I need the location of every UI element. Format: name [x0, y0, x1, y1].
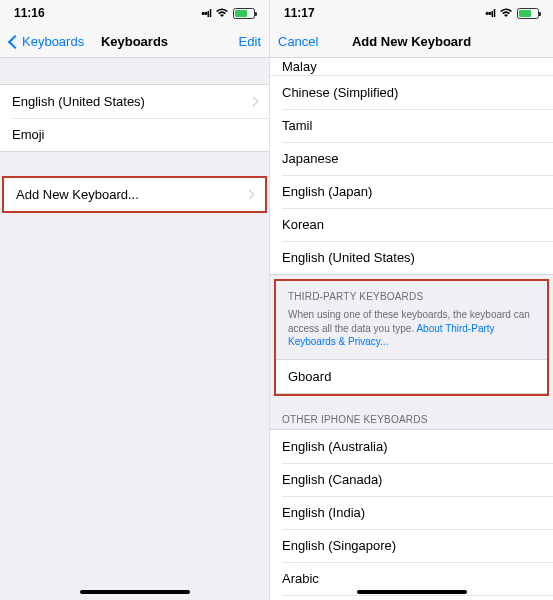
keyboard-label: English (Canada): [282, 472, 382, 487]
keyboard-label: Japanese: [282, 151, 338, 166]
keyboard-row[interactable]: Armenian: [270, 595, 553, 601]
keyboard-label: Korean: [282, 217, 324, 232]
cancel-label: Cancel: [278, 34, 318, 49]
status-time: 11:16: [14, 6, 45, 20]
keyboard-row[interactable]: Tamil: [270, 109, 553, 142]
back-button[interactable]: Keyboards: [8, 34, 84, 49]
chevron-left-icon: [8, 34, 22, 48]
keyboard-label: Gboard: [288, 369, 331, 384]
status-bar: 11:16 ••ıl: [0, 0, 269, 26]
keyboard-row[interactable]: English (Singapore): [270, 529, 553, 562]
edit-button[interactable]: Edit: [239, 34, 261, 49]
keyboard-row[interactable]: Chinese (Simplified): [270, 76, 553, 109]
spacer: [0, 58, 269, 84]
keyboard-label: English (Australia): [282, 439, 388, 454]
keyboard-label: Tamil: [282, 118, 312, 133]
keyboard-label: Chinese (Simplified): [282, 85, 398, 100]
keyboard-row[interactable]: Japanese: [270, 142, 553, 175]
nav-bar: Keyboards Keyboards Edit: [0, 26, 269, 58]
screen-keyboards: 11:16 ••ıl Keyboards Keyboards Edit Engl…: [0, 0, 270, 600]
status-indicators: ••ıl: [201, 7, 255, 19]
back-label: Keyboards: [22, 34, 84, 49]
keyboard-list: English (United States) Emoji: [0, 84, 269, 152]
add-new-keyboard-button[interactable]: Add New Keyboard...: [4, 178, 265, 211]
spacer: [0, 152, 269, 178]
battery-icon: [517, 8, 539, 19]
third-party-header: THIRD-PARTY KEYBOARDS: [276, 281, 547, 306]
status-bar: 11:17 ••ıl: [270, 0, 553, 26]
cellular-icon: ••ıl: [201, 7, 211, 19]
chevron-right-icon: [249, 97, 259, 107]
third-party-note: When using one of these keyboards, the k…: [276, 306, 547, 359]
keyboard-label: English (Japan): [282, 184, 372, 199]
keyboard-label: Arabic: [282, 571, 319, 586]
other-list: English (Australia) English (Canada) Eng…: [270, 429, 553, 601]
nav-bar: Cancel Add New Keyboard: [270, 26, 553, 58]
keyboard-row[interactable]: English (United States): [0, 85, 269, 118]
keyboard-row[interactable]: English (India): [270, 496, 553, 529]
keyboard-row[interactable]: Korean: [270, 208, 553, 241]
keyboard-row[interactable]: English (Australia): [270, 430, 553, 463]
keyboard-row[interactable]: English (Canada): [270, 463, 553, 496]
keyboard-label: English (United States): [12, 94, 145, 109]
status-indicators: ••ıl: [485, 7, 539, 19]
keyboard-label: English (India): [282, 505, 365, 520]
wifi-icon: [499, 8, 513, 18]
keyboard-label: English (Singapore): [282, 538, 396, 553]
content: Malay Chinese (Simplified) Tamil Japanes…: [270, 58, 553, 600]
keyboard-row[interactable]: English (United States): [270, 241, 553, 274]
home-indicator: [357, 590, 467, 594]
third-party-highlight: THIRD-PARTY KEYBOARDS When using one of …: [274, 279, 549, 396]
keyboard-row[interactable]: English (Japan): [270, 175, 553, 208]
home-indicator: [80, 590, 190, 594]
status-time: 11:17: [284, 6, 315, 20]
chevron-right-icon: [245, 190, 255, 200]
keyboard-label: English (United States): [282, 250, 415, 265]
keyboard-row-gboard[interactable]: Gboard: [276, 360, 547, 393]
keyboard-row[interactable]: Emoji: [0, 118, 269, 151]
other-header: OTHER IPHONE KEYBOARDS: [270, 400, 553, 429]
add-keyboard-group: Add New Keyboard...: [2, 176, 267, 213]
wifi-icon: [215, 8, 229, 18]
keyboard-label: Malay: [282, 59, 317, 74]
screen-add-keyboard: 11:17 ••ıl Cancel Add New Keyboard Malay…: [270, 0, 553, 600]
suggested-list: Chinese (Simplified) Tamil Japanese Engl…: [270, 76, 553, 275]
third-party-list: Gboard: [276, 359, 547, 394]
keyboard-row-partial[interactable]: Malay: [270, 58, 553, 76]
battery-icon: [233, 8, 255, 19]
keyboard-label: Emoji: [12, 127, 45, 142]
cancel-button[interactable]: Cancel: [278, 34, 318, 49]
cellular-icon: ••ıl: [485, 7, 495, 19]
content: English (United States) Emoji Add New Ke…: [0, 58, 269, 600]
add-new-label: Add New Keyboard...: [16, 187, 139, 202]
